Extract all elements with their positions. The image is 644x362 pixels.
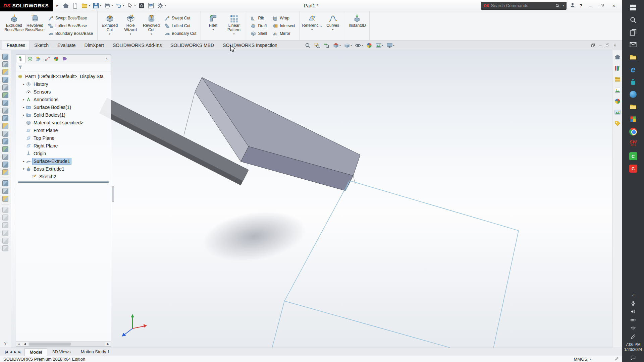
scrollbar-thumb[interactable]: [29, 343, 71, 346]
tab-sketch[interactable]: Sketch: [30, 41, 53, 50]
swept-boss-base-button[interactable]: Swept Boss/Base: [46, 15, 95, 21]
tab-solidworks-mbd[interactable]: SOLIDWORKS MBD: [166, 41, 218, 50]
search-commands-box[interactable]: DS ▾: [481, 2, 567, 10]
tab-solidworks-addins[interactable]: SOLIDWORKS Add-Ins: [108, 41, 166, 50]
left-toolbar-button-15[interactable]: [2, 162, 8, 168]
photos-app-button[interactable]: [627, 114, 640, 124]
linear-pattern-button[interactable]: Linear Pattern▾: [223, 12, 244, 39]
extruded-cut-button[interactable]: Extruded Cut▾: [99, 12, 120, 39]
intersect-button[interactable]: Intersect: [271, 22, 297, 29]
displaymanager-tab[interactable]: [52, 55, 60, 63]
scroll-left-button[interactable]: ◀: [22, 342, 28, 346]
microsoft-store-button[interactable]: [627, 77, 640, 86]
file-properties-button[interactable]: [147, 1, 155, 10]
tab-solidworks-inspection[interactable]: SOLIDWORKS Inspection: [218, 41, 282, 50]
left-toolbar-button-7[interactable]: [2, 100, 8, 106]
edge-browser-button[interactable]: e: [627, 65, 640, 74]
tree-item-origin[interactable]: Origin: [16, 149, 111, 157]
document-restore-button[interactable]: [605, 43, 609, 47]
taskpane-file-explorer-button[interactable]: [614, 76, 621, 83]
options-button[interactable]: ▾: [156, 1, 167, 10]
left-toolbar-button-8[interactable]: [2, 108, 8, 114]
apply-scene-button[interactable]: ▾: [374, 42, 384, 49]
save-button[interactable]: ▾: [92, 1, 102, 10]
left-toolbar-button-24[interactable]: [2, 238, 8, 244]
start-button[interactable]: [627, 3, 640, 12]
first-tab-button[interactable]: |◀: [4, 350, 8, 354]
collapse-arrow-icon[interactable]: ▾: [21, 167, 26, 171]
left-toolbar-button-18[interactable]: [2, 188, 8, 194]
dropdown-caret[interactable]: ▾: [332, 28, 333, 31]
units-selector[interactable]: MMGS ▾: [574, 357, 591, 362]
rebuild-button[interactable]: [137, 1, 146, 10]
wifi-icon[interactable]: [630, 325, 636, 331]
fillet-button[interactable]: Fillet▾: [203, 12, 223, 39]
select-button[interactable]: ▾: [126, 1, 137, 10]
dropdown-caret[interactable]: ▾: [233, 33, 234, 36]
left-toolbar-button-25[interactable]: [2, 245, 8, 251]
left-toolbar-button-11[interactable]: [2, 131, 8, 137]
search-dropdown-caret[interactable]: ▾: [562, 4, 564, 7]
left-toolbar-button-3[interactable]: [2, 69, 8, 75]
hidden-icons-chevron[interactable]: ‹: [632, 293, 634, 298]
draft-button[interactable]: Draft: [249, 22, 269, 29]
left-toolbar-button-13[interactable]: [2, 146, 8, 152]
tree-item-boss-extrude1[interactable]: ▾Boss-Extrude1: [16, 165, 111, 173]
featuremanager-tab[interactable]: [17, 55, 25, 63]
onedrive-button[interactable]: [627, 89, 640, 99]
microphone-icon[interactable]: [630, 300, 636, 306]
scroll-right-button[interactable]: ▶: [105, 342, 111, 346]
revolved-cut-button[interactable]: Revolved Cut▾: [141, 12, 162, 39]
next-tab-button[interactable]: ▶: [13, 350, 17, 354]
tree-item-history[interactable]: ▸History: [16, 80, 111, 88]
rollback-bar[interactable]: [18, 181, 109, 183]
left-toolbar-button-14[interactable]: [2, 154, 8, 160]
dropdown-caret[interactable]: ▾: [311, 28, 313, 31]
display-style-button[interactable]: ▾: [343, 42, 353, 49]
mirror-button[interactable]: Mirror: [271, 30, 297, 37]
taskpane-view-palette-button[interactable]: [614, 87, 621, 95]
speaker-icon[interactable]: [630, 309, 636, 314]
menu-expand-icon[interactable]: ▶: [56, 4, 58, 7]
float-document-icon[interactable]: [591, 43, 595, 47]
zoom-to-fit-button[interactable]: [304, 42, 312, 49]
expand-arrow-icon[interactable]: ▸: [21, 82, 26, 86]
tree-item-solid-bodies[interactable]: ▸Solid Bodies(1): [16, 111, 111, 119]
left-toolbar-button-21[interactable]: [2, 215, 8, 221]
last-tab-button[interactable]: ▶|: [17, 350, 22, 354]
left-toolbar-button-1[interactable]: [2, 54, 8, 60]
tree-item-sketch2[interactable]: Sketch2: [16, 173, 111, 180]
wrap-button[interactable]: Wrap: [271, 15, 297, 21]
units-dropdown-caret[interactable]: ▾: [590, 358, 591, 361]
taskbar-search-button[interactable]: [627, 15, 640, 24]
left-toolbar-button-10[interactable]: [2, 123, 8, 129]
left-toolbar-button-17[interactable]: [2, 180, 8, 186]
red-c-app-button[interactable]: C: [627, 164, 640, 173]
camtasia-button[interactable]: C: [627, 152, 640, 161]
tab-dimxpert[interactable]: DimXpert: [80, 41, 108, 50]
user-account-button[interactable]: [570, 2, 576, 9]
previous-tab-button[interactable]: ◀: [9, 350, 13, 354]
tree-item-right-plane[interactable]: Right Plane: [16, 142, 111, 149]
instant3d-button[interactable]: Instant3D: [347, 12, 368, 39]
folder-shortcut-button[interactable]: [627, 102, 640, 111]
tree-item-surface-extrude1[interactable]: ▸Surface-Extrude1: [16, 157, 111, 165]
edit-appearance-button[interactable]: [365, 42, 373, 49]
lofted-boss-base-button[interactable]: Lofted Boss/Base: [46, 22, 95, 29]
view-settings-button[interactable]: ▾: [385, 42, 395, 49]
dropdown-caret[interactable]: ▾: [339, 44, 341, 47]
file-explorer-button[interactable]: [627, 52, 640, 62]
tab-motion-study-1[interactable]: Motion Study 1: [76, 348, 115, 356]
left-toolbar-button-20[interactable]: [2, 207, 8, 213]
tree-item-top-plane[interactable]: Top Plane: [16, 134, 111, 142]
panel-collapse-button[interactable]: «: [16, 342, 22, 346]
panel-splitter[interactable]: [112, 186, 114, 202]
battery-icon[interactable]: [630, 317, 636, 323]
search-commands-input[interactable]: [491, 3, 553, 8]
left-toolbar-button-6[interactable]: [2, 92, 8, 98]
reference-geometry-button[interactable]: Referenc...▾: [302, 12, 322, 39]
chrome-browser-button[interactable]: [627, 127, 640, 136]
print-button[interactable]: ▾: [103, 1, 114, 10]
taskpane-resources-button[interactable]: [614, 54, 621, 61]
graphics-viewport[interactable]: › Part1 (Default<<Default>_Display Sta ▸…: [11, 50, 612, 348]
